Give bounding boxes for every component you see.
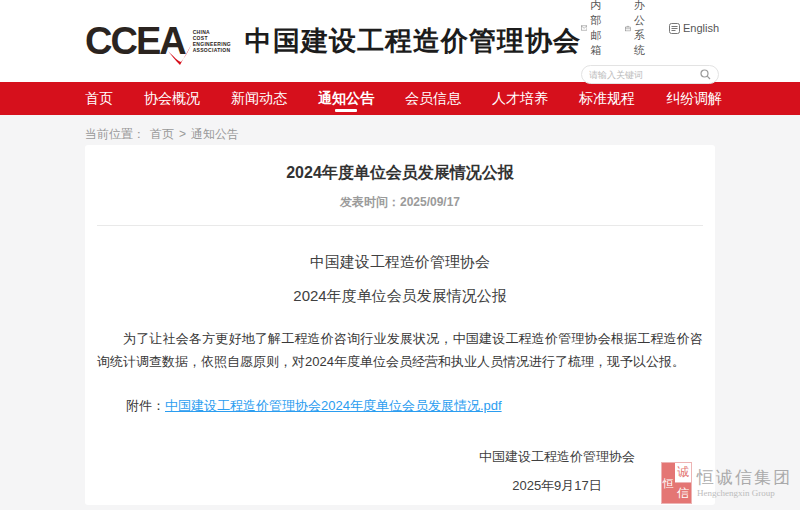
breadcrumb-separator: > xyxy=(179,127,186,141)
logo-subtext: CHINA COST ENGINEERING ASSOCIATION xyxy=(193,29,231,53)
header-right: 内部邮箱 办公系统 English xyxy=(581,0,719,84)
nav-item-notices[interactable]: 通知公告 xyxy=(318,82,374,115)
main-nav: 首页 协会概况 新闻动态 通知公告 会员信息 人才培养 标准规程 纠纷调解 xyxy=(0,82,800,115)
watermark: 恒 诚 信 恒诚信集团 Hengchengxin Group xyxy=(661,462,792,504)
attachment-row: 附件：中国建设工程造价管理协会2024年度单位会员发展情况.pdf xyxy=(126,397,715,415)
title-divider xyxy=(97,225,703,226)
quick-link-label: English xyxy=(683,22,719,34)
quick-link-label: 办公系统 xyxy=(634,0,655,58)
signature-org: 中国建设工程造价管理协会 xyxy=(457,448,657,466)
site-title: 中国建设工程造价管理协会 xyxy=(245,23,581,59)
seal-char-left: 恒 xyxy=(662,463,675,503)
attachment-pdf-link[interactable]: 中国建设工程造价管理协会2024年度单位会员发展情况.pdf xyxy=(165,398,502,413)
breadcrumb: 当前位置： 首页 > 通知公告 xyxy=(85,124,800,144)
globe-icon xyxy=(669,23,680,34)
office-system-link[interactable]: 办公系统 xyxy=(625,0,655,58)
breadcrumb-current-link[interactable]: 通知公告 xyxy=(191,126,239,143)
nav-item-standards[interactable]: 标准规程 xyxy=(579,82,635,115)
internal-mail-link[interactable]: 内部邮箱 xyxy=(581,0,611,58)
publish-time: 发表时间：2025/09/17 xyxy=(85,194,715,211)
signature-date: 2025年9月17日 xyxy=(457,477,657,495)
watermark-text: 恒诚信集团 Hengchengxin Group xyxy=(697,468,792,499)
quick-links: 内部邮箱 办公系统 English xyxy=(581,0,719,58)
article-paragraph: 为了让社会各方更好地了解工程造价咨询行业发展状况，中国建设工程造价管理协会根据工… xyxy=(97,327,703,373)
seal-char-bottom-right: 信 xyxy=(675,483,691,503)
article-title: 2024年度单位会员发展情况公报 xyxy=(85,145,715,184)
nav-item-mediation[interactable]: 纠纷调解 xyxy=(666,82,722,115)
nav-item-news[interactable]: 新闻动态 xyxy=(231,82,287,115)
nav-item-home[interactable]: 首页 xyxy=(85,82,113,115)
mail-icon xyxy=(581,23,587,33)
nav-item-training[interactable]: 人才培养 xyxy=(492,82,548,115)
signature-block: 中国建设工程造价管理协会 2025年9月17日 xyxy=(457,448,657,495)
seal-char-top-right: 诚 xyxy=(675,463,691,483)
attachment-label: 附件： xyxy=(126,398,165,413)
hengchengxin-seal-icon: 恒 诚 信 xyxy=(661,462,692,504)
watermark-name: 恒诚信集团 xyxy=(697,468,792,488)
doc-heading-title: 2024年度单位会员发展情况公报 xyxy=(85,287,715,306)
doc-heading-org: 中国建设工程造价管理协会 xyxy=(85,253,715,272)
seal-right-column: 诚 信 xyxy=(675,463,691,503)
site-header: CCEA CHINA COST ENGINEERING ASSOCIATION … xyxy=(0,0,800,82)
quick-link-label: 内部邮箱 xyxy=(590,0,611,58)
logo-acronym: CCEA xyxy=(85,22,185,60)
search-icon[interactable] xyxy=(700,69,711,80)
english-link[interactable]: English xyxy=(669,22,719,34)
nav-item-about[interactable]: 协会概况 xyxy=(144,82,200,115)
watermark-name-en: Hengchengxin Group xyxy=(697,488,792,499)
logo-subtext-line: ASSOCIATION xyxy=(193,47,231,53)
breadcrumb-home-link[interactable]: 首页 xyxy=(150,126,174,143)
search-input[interactable] xyxy=(589,70,700,80)
site-logo[interactable]: CCEA CHINA COST ENGINEERING ASSOCIATION … xyxy=(85,22,581,60)
nav-item-members[interactable]: 会员信息 xyxy=(405,82,461,115)
office-icon xyxy=(625,23,631,34)
logo-red-swoosh-icon xyxy=(166,43,192,65)
article-card: 2024年度单位会员发展情况公报 发表时间：2025/09/17 中国建设工程造… xyxy=(85,145,715,505)
breadcrumb-prefix: 当前位置： xyxy=(85,126,145,143)
